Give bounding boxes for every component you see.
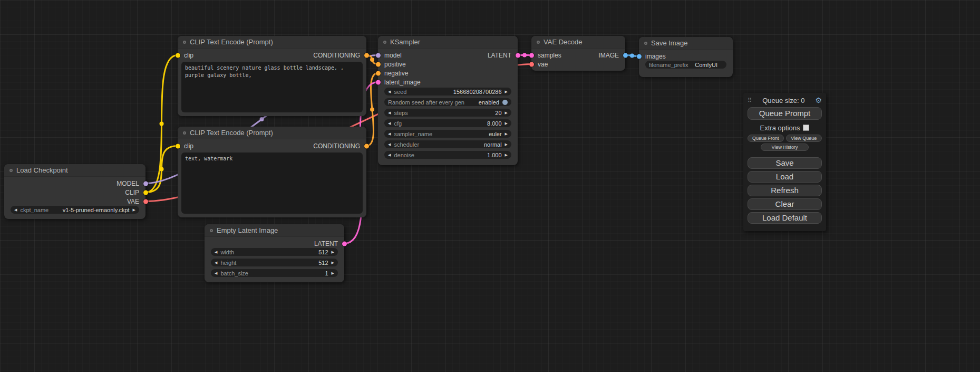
decrease-arrow-icon[interactable]: ◀ (215, 271, 217, 275)
increase-arrow-icon[interactable]: ▶ (332, 261, 334, 264)
increase-arrow-icon[interactable]: ▶ (505, 90, 508, 93)
input-slot-label: latent_image (384, 79, 421, 86)
node-title: VAE Decode (544, 38, 582, 46)
input-slot-label: clip (184, 52, 193, 59)
node-title-bar[interactable]: Empty Latent Image (205, 224, 344, 237)
prev-value-arrow-icon[interactable]: ◀ (388, 142, 391, 146)
decrease-arrow-icon[interactable]: ◀ (388, 153, 391, 157)
slot-row: images (639, 52, 733, 61)
next-value-arrow-icon[interactable]: ▶ (133, 208, 135, 212)
input-port-clip[interactable] (176, 144, 180, 148)
collapse-dot-icon[interactable] (9, 169, 13, 172)
cfg-widget[interactable]: ◀ cfg 8.000 ▶ (384, 119, 511, 127)
node-ksampler[interactable]: KSampler model LATENT positive negative … (378, 36, 518, 165)
steps-widget[interactable]: ◀ steps 20 ▶ (384, 109, 511, 117)
collapse-dot-icon[interactable] (644, 42, 647, 45)
decrease-arrow-icon[interactable]: ◀ (215, 250, 217, 254)
denoise-widget[interactable]: ◀ denoise 1.000 ▶ (384, 151, 511, 159)
seed-widget[interactable]: ◀ seed 156680208700286 ▶ (384, 88, 511, 96)
output-port-latent[interactable] (516, 53, 520, 58)
node-title-bar[interactable]: Load Checkpoint (4, 164, 145, 177)
load-button[interactable]: Load (748, 171, 822, 183)
decrease-arrow-icon[interactable]: ◀ (388, 121, 391, 125)
input-port-images[interactable] (637, 54, 642, 59)
input-port-positive[interactable] (376, 62, 381, 66)
node-graph-canvas[interactable]: Load Checkpoint MODEL CLIP VAE ◀ ckpt_na… (0, 0, 980, 372)
queue-front-button[interactable]: Queue Front (748, 135, 784, 142)
ckpt-name-widget[interactable]: ◀ ckpt_name v1-5-pruned-emaonly.ckpt ▶ (11, 206, 139, 214)
output-port-latent[interactable] (342, 241, 347, 246)
output-port-conditioning[interactable] (364, 144, 369, 148)
widget-label: ckpt_name (20, 207, 48, 213)
load-default-button[interactable]: Load Default (748, 212, 822, 224)
negative-prompt-textarea[interactable]: text, watermark (181, 152, 363, 214)
input-port-clip[interactable] (176, 53, 180, 58)
output-port-conditioning[interactable] (364, 53, 369, 58)
output-port-vae[interactable] (143, 199, 148, 204)
queue-prompt-button[interactable]: Queue Prompt (748, 107, 822, 120)
collapse-dot-icon[interactable] (383, 41, 386, 44)
prev-value-arrow-icon[interactable]: ◀ (14, 208, 17, 212)
decrease-arrow-icon[interactable]: ◀ (388, 90, 391, 93)
node-clip-text-encode-negative[interactable]: CLIP Text Encode (Prompt) clip CONDITION… (178, 127, 366, 217)
next-value-arrow-icon[interactable]: ▶ (505, 132, 508, 136)
clear-button[interactable]: Clear (748, 198, 822, 210)
input-port-vae[interactable] (529, 62, 534, 66)
prev-value-arrow-icon[interactable]: ◀ (388, 132, 391, 136)
width-widget[interactable]: ◀ width 512 ▶ (211, 248, 338, 256)
input-port-negative[interactable] (376, 71, 381, 75)
node-empty-latent-image[interactable]: Empty Latent Image LATENT ◀ width 512 ▶ … (205, 224, 344, 282)
queue-panel[interactable]: ⠿ Queue size: 0 ⚙ Queue Prompt Extra opt… (743, 93, 826, 231)
increase-arrow-icon[interactable]: ▶ (332, 271, 334, 275)
node-title-bar[interactable]: VAE Decode (531, 36, 625, 49)
filename-prefix-widget[interactable]: filename_prefix ComfyUI (645, 61, 726, 69)
save-button[interactable]: Save (748, 157, 822, 169)
height-widget[interactable]: ◀ height 512 ▶ (211, 259, 338, 266)
node-title-bar[interactable]: Save Image (639, 37, 733, 50)
scheduler-widget[interactable]: ◀ scheduler normal ▶ (384, 140, 511, 148)
input-port-samples[interactable] (529, 53, 534, 58)
slot-row: positive (378, 60, 518, 69)
refresh-button[interactable]: Refresh (748, 185, 822, 196)
sampler-name-widget[interactable]: ◀ sampler_name euler ▶ (384, 130, 511, 138)
random-seed-toggle-widget[interactable]: Random seed after every gen enabled (384, 98, 511, 106)
node-title-bar[interactable]: CLIP Text Encode (Prompt) (178, 36, 366, 49)
input-port-model[interactable] (376, 53, 381, 58)
node-body: LATENT ◀ width 512 ▶ ◀ height 512 ▶ ◀ ba… (205, 237, 344, 277)
wire-midpoint-dot (260, 117, 264, 121)
decrease-arrow-icon[interactable]: ◀ (215, 261, 217, 264)
output-port-image[interactable] (623, 53, 628, 58)
increase-arrow-icon[interactable]: ▶ (505, 153, 508, 157)
node-body: images filename_prefix ComfyUI (639, 50, 733, 69)
view-history-button[interactable]: View History (761, 144, 808, 151)
output-slot-label: LATENT (314, 240, 338, 247)
node-title: CLIP Text Encode (Prompt) (190, 38, 273, 46)
widget-value: 20 (495, 110, 501, 116)
node-load-checkpoint[interactable]: Load Checkpoint MODEL CLIP VAE ◀ ckpt_na… (4, 164, 145, 219)
collapse-dot-icon[interactable] (210, 229, 213, 232)
node-title-bar[interactable]: KSampler (378, 36, 518, 49)
next-value-arrow-icon[interactable]: ▶ (505, 142, 508, 146)
node-title-bar[interactable]: CLIP Text Encode (Prompt) (178, 127, 366, 139)
increase-arrow-icon[interactable]: ▶ (505, 121, 508, 125)
output-port-model[interactable] (143, 181, 148, 186)
collapse-dot-icon[interactable] (183, 131, 186, 135)
batch-size-widget[interactable]: ◀ batch_size 1 ▶ (211, 269, 338, 277)
extra-options-checkbox[interactable] (803, 125, 809, 131)
node-clip-text-encode-positive[interactable]: CLIP Text Encode (Prompt) clip CONDITION… (178, 36, 366, 116)
drag-handle-icon[interactable]: ⠿ (748, 97, 752, 104)
settings-gear-icon[interactable]: ⚙ (815, 96, 822, 104)
positive-prompt-textarea[interactable]: beautiful scenery nature glass bottle la… (181, 62, 363, 112)
collapse-dot-icon[interactable] (183, 41, 186, 44)
input-port-latent-image[interactable] (376, 80, 381, 84)
output-port-clip[interactable] (143, 190, 148, 195)
increase-arrow-icon[interactable]: ▶ (505, 111, 508, 115)
view-queue-button[interactable]: View Queue (786, 135, 822, 142)
node-save-image[interactable]: Save Image images filename_prefix ComfyU… (639, 37, 733, 77)
increase-arrow-icon[interactable]: ▶ (332, 250, 334, 254)
collapse-dot-icon[interactable] (537, 41, 540, 44)
toggle-indicator-icon[interactable] (502, 100, 508, 105)
widget-label: denoise (394, 152, 414, 158)
node-vae-decode[interactable]: VAE Decode samples IMAGE vae (531, 36, 625, 71)
decrease-arrow-icon[interactable]: ◀ (388, 111, 391, 115)
